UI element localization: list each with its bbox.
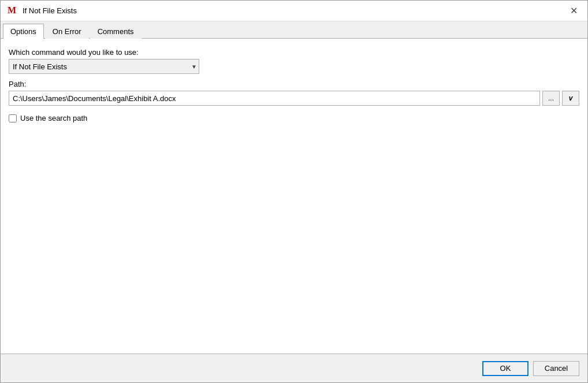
title-bar-left: M If Not File Exists bbox=[8, 6, 77, 16]
dialog-window: M If Not File Exists ✕ Options On Error … bbox=[0, 0, 588, 383]
content-spacer bbox=[9, 128, 579, 344]
app-icon: M bbox=[8, 6, 18, 16]
command-dropdown[interactable]: If Not File Exists If File Exists bbox=[9, 59, 199, 74]
title-bar: M If Not File Exists ✕ bbox=[1, 1, 587, 21]
button-bar: OK Cancel bbox=[1, 354, 587, 382]
tab-comments[interactable]: Comments bbox=[90, 24, 142, 39]
path-section: Path: ... v bbox=[9, 80, 579, 106]
tab-on-error[interactable]: On Error bbox=[45, 24, 89, 39]
dialog-title: If Not File Exists bbox=[23, 6, 77, 15]
variable-button[interactable]: v bbox=[562, 91, 579, 106]
path-input[interactable] bbox=[9, 91, 540, 106]
content-area: Which command would you like to use: If … bbox=[1, 39, 587, 354]
command-section: Which command would you like to use: If … bbox=[9, 48, 579, 74]
tab-bar: Options On Error Comments bbox=[1, 21, 587, 39]
search-path-row: Use the search path bbox=[9, 114, 579, 122]
close-button[interactable]: ✕ bbox=[567, 4, 580, 18]
cancel-button[interactable]: Cancel bbox=[533, 361, 579, 376]
command-label: Which command would you like to use: bbox=[9, 48, 579, 57]
command-dropdown-wrapper: If Not File Exists If File Exists ▼ bbox=[9, 59, 199, 74]
tab-options[interactable]: Options bbox=[3, 24, 44, 39]
search-path-checkbox[interactable] bbox=[9, 114, 17, 122]
path-label: Path: bbox=[9, 80, 579, 88]
search-path-label[interactable]: Use the search path bbox=[20, 114, 87, 122]
browse-button[interactable]: ... bbox=[542, 91, 560, 106]
path-row: ... v bbox=[9, 91, 579, 106]
ok-button[interactable]: OK bbox=[482, 361, 529, 376]
